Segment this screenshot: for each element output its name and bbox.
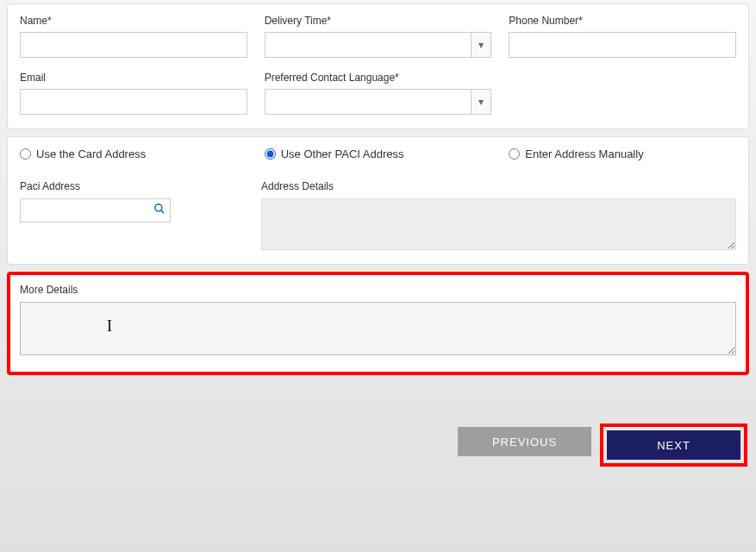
delivery-time-input[interactable] — [265, 32, 472, 58]
language-label: Preferred Contact Language* — [265, 72, 492, 84]
language-input[interactable] — [265, 89, 472, 115]
language-select[interactable]: ▾ — [265, 89, 492, 115]
delivery-time-dropdown-button[interactable]: ▾ — [471, 32, 491, 58]
previous-button-label: PREVIOUS — [492, 436, 557, 448]
email-label: Email — [20, 72, 247, 84]
email-input[interactable] — [20, 89, 247, 115]
delivery-time-label: Delivery Time* — [265, 15, 492, 27]
language-field: Preferred Contact Language* ▾ — [265, 72, 492, 115]
more-details-label: More Details — [20, 284, 78, 296]
contact-row-1: Name* Delivery Time* ▾ Phone Number* — [20, 15, 736, 58]
paci-address-field: Paci Address — [20, 178, 244, 254]
paci-search-wrap — [20, 198, 171, 223]
address-details-row: Paci Address Address Details — [20, 178, 736, 254]
address-details-field: Address Details — [261, 178, 736, 254]
radio-paci-address-label: Use Other PACI Address — [281, 147, 404, 160]
svg-point-0 — [155, 204, 162, 211]
phone-label: Phone Number* — [509, 15, 736, 27]
paci-address-input[interactable] — [20, 198, 171, 223]
paci-address-label: Paci Address — [20, 180, 80, 192]
contact-row-2: Email Preferred Contact Language* ▾ — [20, 72, 736, 115]
footer-bar: PREVIOUS NEXT — [0, 410, 756, 463]
next-button-label: NEXT — [657, 439, 690, 452]
previous-button[interactable]: PREVIOUS — [458, 427, 591, 456]
address-panel: Use the Card Address Use Other PACI Addr… — [7, 136, 749, 265]
name-field: Name* — [20, 15, 247, 58]
email-field: Email — [20, 72, 247, 115]
phone-input[interactable] — [509, 32, 736, 58]
address-details-label: Address Details — [261, 180, 334, 192]
delivery-time-select[interactable]: ▾ — [265, 32, 492, 58]
name-input[interactable] — [20, 32, 247, 58]
radio-card-address-label: Use the Card Address — [36, 147, 146, 160]
radio-paci-address[interactable]: Use Other PACI Address — [265, 147, 492, 160]
radio-manual-address-label: Enter Address Manually — [525, 147, 643, 160]
chevron-down-icon: ▾ — [478, 39, 484, 51]
more-details-panel: More Details I — [7, 272, 749, 375]
delivery-time-field: Delivery Time* ▾ — [265, 15, 492, 58]
chevron-down-icon: ▾ — [478, 96, 484, 108]
svg-line-1 — [161, 210, 165, 214]
radio-manual-address-input[interactable] — [509, 148, 520, 160]
more-details-textarea[interactable] — [20, 302, 736, 355]
radio-manual-address[interactable]: Enter Address Manually — [509, 147, 736, 160]
radio-paci-address-input[interactable] — [265, 148, 276, 160]
phone-field: Phone Number* — [509, 15, 736, 58]
radio-card-address-input[interactable] — [20, 148, 31, 160]
name-label: Name* — [20, 15, 247, 27]
address-details-textarea[interactable] — [261, 198, 736, 250]
radio-card-address[interactable]: Use the Card Address — [20, 147, 247, 160]
contact-panel: Name* Delivery Time* ▾ Phone Number* Ema… — [7, 3, 749, 129]
next-button[interactable]: NEXT — [607, 430, 740, 460]
search-icon[interactable] — [153, 203, 166, 218]
next-button-highlight: NEXT — [603, 427, 744, 463]
address-radio-row: Use the Card Address Use Other PACI Addr… — [20, 147, 736, 160]
language-dropdown-button[interactable]: ▾ — [471, 89, 491, 115]
spacer-field — [509, 72, 736, 115]
